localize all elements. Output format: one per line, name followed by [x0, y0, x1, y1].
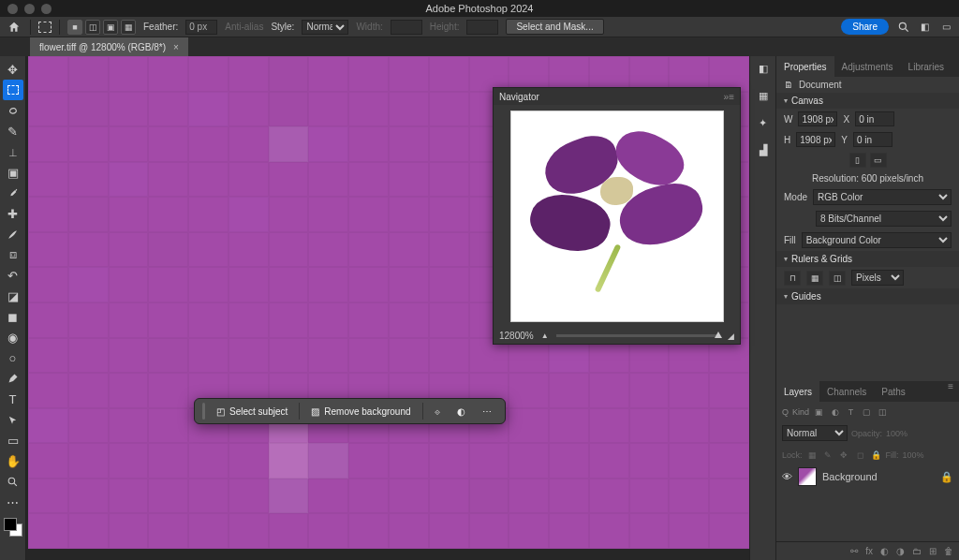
guides-section-header[interactable]: Guides: [776, 288, 959, 304]
swatches-panel-icon[interactable]: ▦: [756, 89, 770, 103]
gradient-tool[interactable]: ◼: [3, 306, 23, 327]
remove-background-button[interactable]: ▨Remove background: [305, 404, 416, 420]
fill-label: Fill: [784, 235, 796, 245]
histogram-panel-icon[interactable]: ▟: [756, 143, 770, 157]
canvas-width-input[interactable]: [798, 111, 837, 126]
shape-tool[interactable]: ▭: [3, 430, 23, 450]
navigator-thumbnail[interactable]: [510, 111, 724, 322]
document-tabstrip: flower.tiff @ 12800% (RGB/8*): [0, 37, 959, 56]
zoom-slider[interactable]: [556, 334, 720, 337]
search-icon[interactable]: [896, 20, 910, 34]
group-icon[interactable]: 🗀: [912, 546, 922, 556]
navigator-panel[interactable]: Navigator» ≡ 12800% ▲ ◢: [493, 87, 741, 345]
marquee-tool[interactable]: [3, 80, 23, 100]
cloud-docs-icon[interactable]: ◧: [918, 20, 932, 34]
quick-select-tool[interactable]: ✎: [3, 121, 23, 141]
edit-toolbar[interactable]: ⋯: [3, 492, 23, 512]
filter-type-icon[interactable]: T: [845, 405, 857, 418]
navigator-title: Navigator: [499, 92, 539, 102]
history-brush-tool[interactable]: ↶: [3, 265, 23, 286]
filter-adjust-icon[interactable]: ◐: [829, 405, 841, 418]
clone-tool[interactable]: ⧈: [3, 244, 23, 265]
feather-input[interactable]: [185, 20, 217, 35]
fill-select[interactable]: Background Color: [802, 232, 952, 248]
window-traffic-lights[interactable]: [7, 4, 52, 14]
healing-tool[interactable]: ✚: [3, 203, 23, 224]
document-tab[interactable]: flower.tiff @ 12800% (RGB/8*): [30, 37, 188, 56]
marquee-tool-icon[interactable]: [38, 22, 52, 33]
rulers-section-header[interactable]: Rulers & Grids: [776, 251, 959, 267]
ruler-toggle-icon[interactable]: ⊓: [784, 271, 801, 286]
orientation-portrait-icon[interactable]: ▯: [849, 153, 866, 168]
filter-shape-icon[interactable]: ▢: [861, 405, 873, 418]
select-and-mask-button[interactable]: Select and Mask...: [506, 19, 603, 35]
new-layer-icon[interactable]: ⊞: [929, 546, 937, 556]
guides-toggle-icon[interactable]: ◫: [829, 271, 846, 286]
resolution-label: Resolution: 600 pixels/inch: [812, 173, 923, 184]
zoom-in-icon[interactable]: ◢: [728, 332, 734, 341]
document-label: Document: [799, 80, 842, 90]
link-icon[interactable]: ⚯: [850, 546, 858, 556]
canvas-height-input[interactable]: [796, 132, 835, 147]
canvas-section-header[interactable]: Canvas: [776, 93, 959, 109]
canvas-y-input: [853, 132, 893, 147]
workspace-icon[interactable]: ▭: [939, 20, 953, 34]
path-select-tool[interactable]: [3, 409, 23, 430]
mask-icon[interactable]: ◐: [880, 546, 889, 556]
layer-name[interactable]: Background: [822, 471, 878, 482]
lasso-tool[interactable]: [3, 100, 23, 121]
type-tool[interactable]: T: [3, 389, 23, 409]
tab-adjustments[interactable]: Adjustments: [834, 56, 901, 77]
delete-icon[interactable]: 🗑: [944, 546, 953, 556]
layer-thumbnail[interactable]: [798, 467, 817, 486]
adjustment-icon[interactable]: ◑: [896, 546, 905, 556]
fx-icon[interactable]: fx: [865, 546, 873, 556]
brush-tool[interactable]: [3, 224, 23, 244]
tab-properties[interactable]: Properties: [776, 56, 834, 77]
adjust-icon[interactable]: ◐: [451, 404, 471, 420]
grid-toggle-icon[interactable]: ▦: [806, 271, 823, 286]
tab-paths[interactable]: Paths: [874, 381, 913, 402]
mode-select[interactable]: RGB Color: [813, 189, 952, 205]
zoom-out-icon[interactable]: ▲: [541, 332, 549, 340]
transform-icon[interactable]: ⟐: [429, 404, 446, 420]
contextual-task-bar[interactable]: ◰Select subject ▨Remove background ⟐ ◐ ⋯: [194, 398, 506, 424]
orientation-landscape-icon[interactable]: ▭: [870, 153, 887, 168]
intersect-selection-icon: ▦: [121, 20, 136, 35]
gradient-panel-icon[interactable]: ✦: [756, 116, 770, 130]
filter-image-icon[interactable]: ▣: [813, 405, 825, 418]
frame-tool[interactable]: ▣: [3, 162, 23, 183]
eraser-tool[interactable]: ◪: [3, 286, 23, 306]
more-icon[interactable]: ⋯: [477, 404, 497, 420]
tab-libraries[interactable]: Libraries: [901, 56, 952, 77]
dodge-tool[interactable]: ○: [3, 347, 23, 368]
bits-select[interactable]: 8 Bits/Channel: [816, 211, 952, 227]
drag-handle-icon[interactable]: [202, 403, 205, 420]
filter-smart-icon[interactable]: ◫: [877, 405, 889, 418]
selection-mode-group[interactable]: ■ ◫ ▣ ▦: [67, 20, 136, 35]
pen-tool[interactable]: [3, 368, 23, 389]
visibility-icon[interactable]: 👁: [782, 471, 792, 482]
navigator-menu-icon[interactable]: ≡: [729, 92, 734, 102]
color-panel-icon[interactable]: ◧: [756, 62, 770, 76]
color-swatch[interactable]: [4, 518, 22, 537]
units-select[interactable]: Pixels: [851, 270, 904, 286]
hand-tool[interactable]: ✋: [3, 450, 23, 471]
tab-layers[interactable]: Layers: [776, 381, 819, 402]
navigator-zoom-value[interactable]: 12800%: [499, 331, 534, 341]
style-select[interactable]: Normal: [302, 20, 348, 35]
home-icon[interactable]: [6, 19, 22, 36]
eyedropper-tool[interactable]: [3, 183, 23, 203]
move-tool[interactable]: ✥: [3, 59, 23, 80]
panel-menu-icon[interactable]: ≡: [942, 381, 959, 402]
select-subject-button[interactable]: ◰Select subject: [211, 404, 293, 420]
width-input: [391, 20, 422, 35]
blur-tool[interactable]: ◉: [3, 327, 23, 347]
zoom-tool[interactable]: [3, 471, 23, 492]
style-label: Style:: [271, 22, 294, 32]
layer-row[interactable]: 👁 Background 🔒: [776, 464, 959, 489]
share-button[interactable]: Share: [841, 19, 889, 35]
tab-channels[interactable]: Channels: [819, 381, 874, 402]
document-icon: 🗎: [784, 80, 793, 90]
crop-tool[interactable]: ⟂: [3, 141, 23, 162]
